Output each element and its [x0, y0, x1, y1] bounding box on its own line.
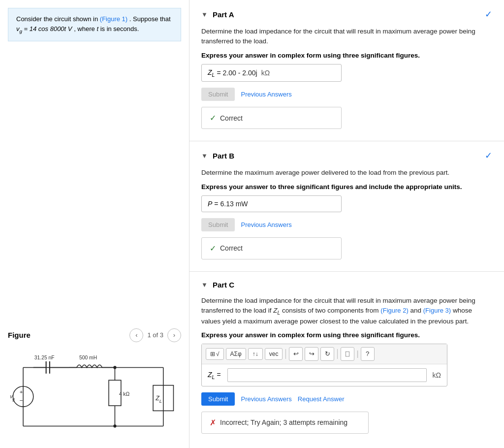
part-b-check-icon: ✓ [485, 150, 492, 161]
part-b-instruction: Express your answer to three significant… [201, 183, 492, 191]
vec-icon: vec [269, 351, 279, 357]
part-a-submit-row: Submit Previous Answers [201, 88, 492, 101]
figure-count: 1 of 3 [147, 331, 163, 339]
left-panel: Consider the circuit shown in (Figure 1)… [0, 0, 189, 448]
part-c-incorrect-box: ✗ Incorrect; Try Again; 3 attempts remai… [201, 412, 369, 434]
refresh-icon: ↻ [325, 350, 330, 357]
part-a-description: Determine the load impedance for the cir… [201, 27, 492, 47]
part-a-answer-unit: kΩ [261, 69, 270, 77]
part-c-title: Part C [213, 281, 234, 289]
part-b-submit-row: Submit Previous Answers [201, 218, 492, 231]
part-a-correct-check-icon: ✓ [210, 113, 216, 123]
keyboard-icon: ⎕ [346, 350, 349, 357]
svg-point-14 [113, 424, 116, 427]
part-c-and-text: and [410, 307, 421, 314]
part-a-answer-label: ZL [208, 68, 215, 78]
part-c-header: ▼ Part C [201, 281, 492, 289]
prev-figure-btn[interactable]: ‹ [129, 328, 143, 342]
part-c-instruction: Express your answer in complex form usin… [201, 331, 492, 339]
help-icon: ? [366, 350, 369, 357]
toolbar-undo-btn[interactable]: ↩ [289, 347, 303, 361]
part-a-header-left: ▼ Part A [201, 10, 234, 19]
part-c-fig3-link[interactable]: (Figure 3) [423, 307, 451, 314]
part-b-answer-value: 6.13 mW [220, 200, 248, 208]
part-a-section: ▼ Part A ✓ Determine the load impedance … [189, 0, 504, 141]
math-toolbar: ⊞ √ ΑΣφ ↑↓ vec ↩ ↪ [202, 344, 447, 364]
right-panel: ▼ Part A ✓ Determine the load impedance … [189, 0, 504, 448]
toolbar-greek-btn[interactable]: ΑΣφ [226, 348, 246, 360]
problem-text-1: Consider the circuit shown in [16, 15, 98, 23]
matrix-icon: ⊞ [210, 351, 215, 357]
part-c-incorrect-x-icon: ✗ [210, 418, 216, 427]
part-a-title: Part A [213, 10, 234, 19]
part-b-description: Determine the maximum average power deli… [201, 168, 492, 178]
part-a-chevron[interactable]: ▼ [201, 11, 208, 18]
part-c-incorrect-label: Incorrect; Try Again; 3 attempts remaini… [220, 418, 347, 426]
part-a-submit-btn[interactable]: Submit [201, 88, 235, 101]
ind-label: 500 mH [79, 355, 97, 360]
part-c-header-left: ▼ Part C [201, 281, 234, 289]
part-b-eq: = [214, 200, 218, 208]
undo-icon: ↩ [293, 350, 299, 357]
toolbar-pipe: | [356, 350, 358, 358]
problem-text-3: , where [74, 25, 95, 32]
toolbar-matrix-btn[interactable]: ⊞ √ [206, 348, 224, 360]
part-a-correct-label: Correct [220, 114, 243, 122]
part-c-request-answer-link[interactable]: Request Answer [298, 395, 345, 403]
part-b-answer-box: P = 6.13 mW [201, 195, 342, 212]
part-b-correct-label: Correct [220, 244, 243, 252]
part-c-fig2-link[interactable]: (Figure 2) [380, 307, 408, 314]
math-input-row: ZL = kΩ [202, 364, 447, 386]
part-a-correct-box: ✓ Correct [201, 107, 342, 129]
toolbar-refresh-btn[interactable]: ↻ [320, 347, 334, 361]
figure-label: Figure [8, 331, 31, 339]
part-b-header: ▼ Part B ✓ [201, 150, 492, 161]
toolbar-sep-1 [285, 349, 286, 359]
load-label: ZL [155, 394, 162, 403]
part-b-title: Part B [213, 152, 234, 160]
matrix-sqrt-icon: √ [216, 351, 220, 357]
greek-icon: ΑΣφ [230, 351, 242, 357]
problem-statement: Consider the circuit shown in (Figure 1)… [8, 8, 181, 41]
toolbar-redo-btn[interactable]: ↪ [305, 347, 318, 361]
part-c-description: Determine the load impedance for the cir… [201, 296, 492, 326]
part-a-answer-value: 2.00 - 2.00j [223, 69, 257, 77]
circuit-diagram: 31.25 nF 500 mH 4 kΩ ZL + [8, 347, 181, 439]
toolbar-vec-btn[interactable]: vec [265, 348, 283, 360]
cap-label: 31.25 nF [34, 355, 55, 360]
part-c-submit-btn[interactable]: Submit [201, 392, 235, 406]
toolbar-help-btn[interactable]: ? [361, 347, 375, 361]
problem-t: t [96, 25, 98, 32]
part-a-instruction: Express your answer in complex form usin… [201, 52, 492, 59]
part-b-answer-label: P [208, 200, 212, 208]
part-b-prev-answers-link[interactable]: Previous Answers [241, 221, 291, 228]
part-c-chevron[interactable]: ▼ [201, 281, 208, 288]
part-b-submit-btn[interactable]: Submit [201, 218, 235, 231]
figure-nav: ‹ 1 of 3 › [129, 328, 181, 342]
part-b-chevron[interactable]: ▼ [201, 152, 208, 160]
arrow-icon: ↑↓ [252, 351, 258, 357]
svg-text:+: + [20, 389, 23, 395]
next-figure-btn[interactable]: › [167, 328, 181, 342]
part-a-check-icon: ✓ [485, 9, 492, 20]
part-a-header: ▼ Part A ✓ [201, 9, 492, 20]
part-b-header-left: ▼ Part B [201, 152, 234, 160]
part-a-prev-answers-link[interactable]: Previous Answers [241, 91, 291, 98]
part-c-zl-ref: ZL [273, 307, 280, 314]
part-c-answer-input[interactable] [227, 368, 426, 382]
figure-header: Figure ‹ 1 of 3 › [8, 328, 181, 342]
figure-section: Figure ‹ 1 of 3 › [0, 323, 189, 448]
part-c-prev-answers-link[interactable]: Previous Answers [241, 395, 291, 403]
part-c-submit-row: Submit Previous Answers Request Answer [201, 392, 492, 406]
part-a-eq: = [217, 69, 220, 77]
part-b-section: ▼ Part B ✓ Determine the maximum average… [189, 141, 504, 271]
problem-text-4: is in seconds. [100, 25, 139, 32]
part-c-answer-unit: kΩ [433, 371, 441, 379]
toolbar-arrow-btn[interactable]: ↑↓ [248, 348, 263, 360]
redo-icon: ↪ [309, 350, 315, 357]
res-label: 4 kΩ [119, 391, 130, 397]
svg-text:−: − [20, 397, 23, 403]
part-c-answer-label: ZL = [208, 371, 220, 380]
toolbar-keyboard-btn[interactable]: ⎕ [341, 347, 354, 361]
figure-link[interactable]: (Figure 1) [100, 15, 127, 23]
